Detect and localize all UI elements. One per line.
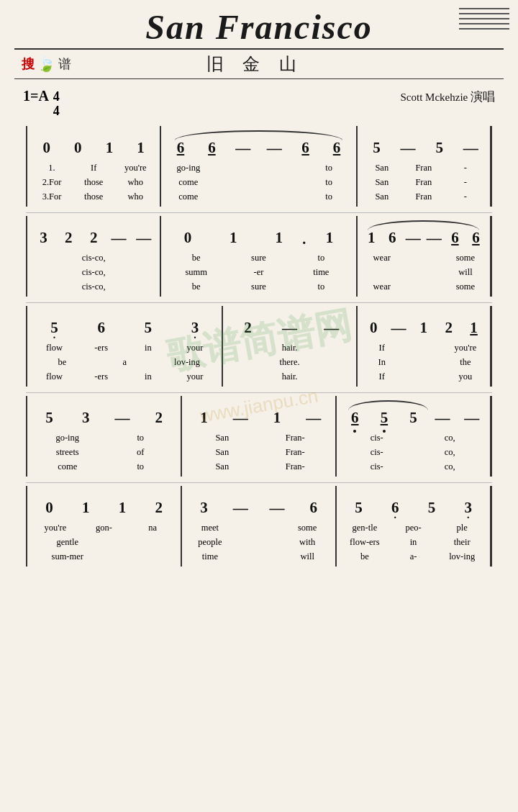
music-row-4: 5 3 — 2 go-ingto streetsof cometo 1 bbox=[26, 396, 492, 477]
note: 6. bbox=[378, 499, 413, 517]
logo-area: 搜 🍃 谱 bbox=[22, 55, 71, 73]
note: 5. bbox=[32, 319, 77, 337]
logo-search: 搜 bbox=[22, 55, 35, 73]
notes-3-1: 5. 6 5 3. bbox=[32, 309, 217, 340]
note: 3. bbox=[172, 319, 217, 337]
notes-4-2: 1 — 1 — bbox=[186, 399, 331, 430]
logo-score: 谱 bbox=[58, 55, 71, 73]
composer-area: Scott Mckehzie 演唱 bbox=[401, 89, 495, 105]
note: 5 bbox=[399, 409, 427, 427]
note: 1 bbox=[462, 319, 486, 337]
notation-row-3: 5. 6 5 3. flow-ersinyour bealov-ing flow… bbox=[26, 306, 492, 387]
note: 5 bbox=[371, 409, 399, 427]
note: 2 bbox=[57, 229, 81, 247]
note: 0 bbox=[165, 229, 209, 247]
note: 2 bbox=[437, 319, 460, 337]
bar-5-1: 0 1 1 2 you'regon-na gentle sum-mer bbox=[27, 486, 182, 567]
bar-4-2: 1 — 1 — SanFran- SanFran- SanFran- bbox=[182, 396, 337, 477]
lyrics-3-2: hair. there. hair. bbox=[227, 340, 351, 384]
time-bottom: 4 bbox=[53, 104, 60, 119]
composer-name: Scott Mckehzie bbox=[401, 91, 468, 103]
lyrics-4-3: cis-co, cis-co, cis-co, bbox=[341, 430, 486, 474]
note: 0 bbox=[63, 139, 94, 157]
note: 6 bbox=[197, 139, 227, 157]
lyrics-2-3: wearsome will wearsome bbox=[362, 251, 486, 294]
music-row-2: 3 2 2 — — cis-co, cis-co, cis-co, bbox=[26, 216, 492, 297]
notes-4-3: 6 5 5 — — bbox=[341, 399, 486, 430]
note: 6 bbox=[341, 409, 369, 427]
note: 1 bbox=[412, 319, 435, 337]
note: 1 bbox=[94, 139, 124, 157]
bar-3-2: 2 — — hair. there. hair. bbox=[223, 306, 357, 387]
key-label: 1=A bbox=[23, 88, 49, 104]
notes-4-1: 5 3 — 2 bbox=[32, 399, 176, 430]
lyrics-4-2: SanFran- SanFran- SanFran- bbox=[186, 430, 331, 474]
note: 1 bbox=[186, 409, 222, 427]
lyrics-2-2: besureto summ-ertime besureto bbox=[165, 251, 351, 294]
note: 6 bbox=[466, 229, 486, 247]
notes-5-1: 0 1 1 2 bbox=[32, 489, 176, 520]
notes-5-2: 3 — — 6 bbox=[186, 489, 331, 520]
music-row-3: 5. 6 5 3. flow-ersinyour bealov-ing flow… bbox=[26, 306, 492, 387]
note: 5 bbox=[362, 139, 392, 157]
music-row-5: 0 1 1 2 you'regon-na gentle sum-mer 3 bbox=[26, 486, 492, 567]
note: 0 bbox=[362, 319, 386, 337]
notes-1-2: 6 6 — — 6 6 bbox=[165, 129, 351, 161]
notation-row-1: 0 0 1 1 1.Ifyou're 2.Forthosewho 3.Forth… bbox=[26, 126, 492, 207]
note: 5 bbox=[414, 499, 450, 517]
title-section: San Francisco bbox=[14, 7, 504, 47]
note: 6 bbox=[322, 139, 351, 157]
bar-2-2: 0 1 1 . 1 besureto summ-ertime besureto bbox=[161, 216, 357, 297]
lyrics-5-1: you'regon-na gentle sum-mer bbox=[32, 520, 176, 564]
note: 3 bbox=[186, 499, 222, 517]
page: 歌谱简谱网 www.jianpu.cn San Francisco 搜 🍃 谱 … bbox=[0, 0, 518, 812]
notes-2-1: 3 2 2 — — bbox=[32, 219, 155, 251]
lyrics-2-1: cis-co, cis-co, cis-co, bbox=[32, 251, 155, 294]
lyrics-1-3: SanFran- SanFran- SanFran- bbox=[362, 161, 486, 204]
bar-1-3: 5 — 5 — SanFran- SanFran- SanFran- bbox=[358, 126, 492, 207]
lyrics-1-1: 1.Ifyou're 2.Forthosewho 3.Forthosewho bbox=[32, 161, 155, 204]
notation-row-5: 0 1 1 2 you'regon-na gentle sum-mer 3 bbox=[26, 486, 492, 567]
notes-5-3: 5 6. 5 3. bbox=[341, 489, 486, 520]
note: 1 bbox=[362, 229, 381, 247]
lyrics-3-3: Ifyou're Inthe Ifyou bbox=[362, 340, 486, 384]
note: 5 bbox=[32, 409, 67, 427]
note: 1 bbox=[260, 409, 295, 427]
note: 6 bbox=[445, 229, 465, 247]
note: 2 bbox=[227, 319, 268, 337]
notes-1-1: 0 0 1 1 bbox=[32, 129, 155, 161]
note: 1 bbox=[105, 499, 140, 517]
notes-1-3: 5 — 5 — bbox=[362, 129, 486, 161]
lyrics-4-1: go-ingto streetsof cometo bbox=[32, 430, 176, 474]
bar-2-1: 3 2 2 — — cis-co, cis-co, cis-co, bbox=[27, 216, 161, 297]
note: 3. bbox=[450, 499, 486, 517]
notes-3-3: 0 — 1 2 1 bbox=[362, 309, 486, 340]
note: 6 bbox=[291, 139, 320, 157]
time-signature: 4 4 bbox=[53, 90, 60, 119]
bar-1-2: 6 6 — — 6 6 go-ingto cometo cometo bbox=[161, 126, 357, 207]
note: 5 bbox=[125, 319, 171, 337]
note: 3 bbox=[68, 409, 104, 427]
note: 6 bbox=[165, 139, 195, 157]
notation-row-4: 5 3 — 2 go-ingto streetsof cometo 1 bbox=[26, 396, 492, 477]
note: 1 bbox=[307, 229, 351, 247]
lyrics-3-1: flow-ersinyour bealov-ing flow-ersinyour bbox=[32, 340, 217, 384]
note: 2 bbox=[141, 499, 176, 517]
song-title: San Francisco bbox=[14, 7, 504, 47]
key-time-row: 1=A 4 4 Scott Mckehzie 演唱 bbox=[14, 84, 504, 120]
bar-3-1: 5. 6 5 3. flow-ersinyour bealov-ing flow… bbox=[27, 306, 223, 387]
note: 1 bbox=[68, 499, 104, 517]
bar-3-3: 0 — 1 2 1 Ifyou're Inthe Ifyou bbox=[358, 306, 492, 387]
bar-2-3: 1 6 — — 6 6 wearsome will wearsome bbox=[358, 216, 492, 297]
note: 1 bbox=[257, 229, 301, 247]
staff-decoration bbox=[459, 4, 509, 33]
note: 5 bbox=[341, 499, 376, 517]
time-top: 4 bbox=[53, 90, 60, 104]
lyrics-5-2: meetsome peoplewith timewill bbox=[186, 520, 331, 564]
bar-5-3: 5 6. 5 3. gen-tlepeo-ple flow-ersintheir… bbox=[337, 486, 492, 567]
bar-4-1: 5 3 — 2 go-ingto streetsof cometo bbox=[27, 396, 182, 477]
note: 6 bbox=[78, 319, 124, 337]
music-row-1: 0 0 1 1 1.Ifyou're 2.Forthosewho 3.Forth… bbox=[26, 126, 492, 207]
bar-5-2: 3 — — 6 meetsome peoplewith timewill bbox=[182, 486, 337, 567]
note: 5 bbox=[424, 139, 455, 157]
